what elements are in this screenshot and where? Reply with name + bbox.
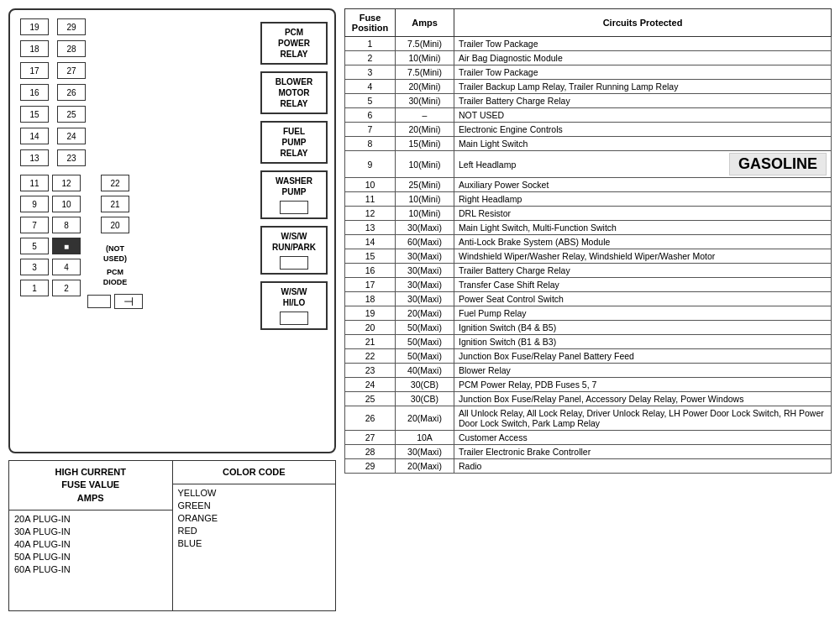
fuse-8: 8 bbox=[52, 217, 81, 233]
legend-row-red: RED bbox=[178, 526, 331, 536]
wsw-runpark-fuse bbox=[280, 256, 308, 270]
not-used-box bbox=[87, 295, 111, 308]
fuse-circuit-cell: Trailer Tow Package bbox=[454, 37, 832, 51]
table-row: 1630(Maxi)Trailer Battery Charge Relay bbox=[345, 264, 832, 278]
relay-fuel-pump: FUELPUMPRELAY bbox=[260, 121, 328, 164]
fuse-14: 14 bbox=[20, 128, 49, 144]
col-header-position: Fuse Position bbox=[345, 9, 396, 37]
fuse-10: 10 bbox=[52, 196, 81, 212]
fuse-position-cell: 20 bbox=[345, 321, 396, 335]
table-row: 1330(Maxi)Main Light Switch, Multi-Funct… bbox=[345, 221, 832, 235]
table-row: 2340(Maxi)Blower Relay bbox=[345, 364, 832, 378]
fuse-20-side: 20 bbox=[101, 217, 129, 233]
fuse-circuit-cell: Air Bag Diagnostic Module bbox=[454, 51, 832, 65]
table-row: 2430(CB)PCM Power Relay, PDB Fuses 5, 7 bbox=[345, 378, 832, 392]
fuse-position-cell: 16 bbox=[345, 264, 396, 278]
fuse-position-cell: 9 bbox=[345, 151, 396, 178]
fuse-position-cell: 10 bbox=[345, 178, 396, 192]
table-row: 17.5(Mini)Trailer Tow Package bbox=[345, 37, 832, 51]
fuse-position-cell: 19 bbox=[345, 306, 396, 321]
fuse-27: 27 bbox=[57, 62, 86, 79]
relay-wsw-hilo: W/S/WHI/LO bbox=[260, 281, 328, 330]
fuse-amps-cell: 10(Mini) bbox=[396, 207, 454, 221]
legend-table: HIGH CURRENT FUSE VALUE AMPS 20A PLUG-IN… bbox=[8, 460, 336, 611]
fuse-21-side: 21 bbox=[101, 196, 129, 212]
fuse-circuit-cell: Trailer Tow Package bbox=[454, 65, 832, 80]
fuse-6-black: ■ bbox=[52, 238, 81, 254]
legend-row-30a-amps: 30A PLUG-IN bbox=[14, 526, 167, 537]
fuse-position-cell: 13 bbox=[345, 221, 396, 235]
table-row: 720(Mini)Electronic Engine Controls bbox=[345, 123, 832, 137]
fuse-amps-cell: 15(Mini) bbox=[396, 137, 454, 151]
fuse-pair-5-6: 5 ■ bbox=[20, 238, 81, 254]
legend-row-40a-amps: 40A PLUG-IN bbox=[14, 539, 167, 549]
fuse-position-cell: 28 bbox=[345, 445, 396, 459]
fuse-amps-cell: 40(Maxi) bbox=[396, 364, 454, 378]
fuse-position-cell: 21 bbox=[345, 335, 396, 349]
fuse-position-cell: 27 bbox=[345, 431, 396, 445]
fuse-circuit-cell: NOT USED bbox=[454, 108, 832, 123]
legend-row-50a-amps: 50A PLUG-IN bbox=[14, 552, 167, 562]
fuse-circuit-cell: Electronic Engine Controls bbox=[454, 123, 832, 137]
washer-pump-fuse bbox=[280, 201, 308, 214]
fuse-pair-9-10: 9 10 bbox=[20, 196, 81, 212]
fuse-circuit-cell: Fuel Pump Relay bbox=[454, 306, 832, 321]
fuse-amps-cell: 30(Maxi) bbox=[396, 278, 454, 292]
fuse-amps-cell: 10A bbox=[396, 431, 454, 445]
fuse-circuit-cell: Junction Box Fuse/Relay Panel Battery Fe… bbox=[454, 349, 832, 364]
fuse-15: 15 bbox=[20, 106, 49, 123]
legend-body-amps: 20A PLUG-IN 30A PLUG-IN 40A PLUG-IN 50A … bbox=[9, 510, 172, 578]
fuse-amps-cell: 30(CB) bbox=[396, 378, 454, 392]
fuse-position-cell: 15 bbox=[345, 249, 396, 264]
fuse-amps-cell: 20(Mini) bbox=[396, 123, 454, 137]
fuse-amps-cell: 30(Maxi) bbox=[396, 249, 454, 264]
fuse-amps-cell: 20(Maxi) bbox=[396, 406, 454, 431]
fuse-amps-cell: 30(Maxi) bbox=[396, 221, 454, 235]
fuse-11: 11 bbox=[20, 175, 49, 191]
fuse-circuit-cell: Trailer Battery Charge Relay bbox=[454, 264, 832, 278]
table-row: 530(Mini)Trailer Battery Charge Relay bbox=[345, 94, 832, 108]
legend-row-green: GREEN bbox=[178, 500, 331, 510]
table-row: 910(Mini)Left HeadlampGASOLINE bbox=[345, 151, 832, 178]
fuse-5: 5 bbox=[20, 238, 49, 254]
fuse-amps-cell: 20(Maxi) bbox=[396, 459, 454, 474]
table-row: 1730(Maxi)Transfer Case Shift Relay bbox=[345, 278, 832, 292]
fuse-amps-cell: 10(Mini) bbox=[396, 192, 454, 207]
fuse-box-diagram: 19 18 17 16 15 14 13 29 28 27 26 25 bbox=[8, 8, 336, 453]
fuse-pair-7-8: 7 8 bbox=[20, 217, 81, 233]
relay-pcm-power: PCMPOWERRELAY bbox=[260, 22, 328, 65]
diode-box: ⊣ bbox=[114, 294, 143, 309]
fuse-amps-cell: 25(Mini) bbox=[396, 178, 454, 192]
relay-column: PCMPOWERRELAY BLOWERMOTORRELAY FUELPUMPR… bbox=[260, 18, 328, 330]
gasoline-label: GASOLINE bbox=[729, 153, 827, 175]
legend-header-amps: HIGH CURRENT FUSE VALUE AMPS bbox=[9, 461, 172, 510]
fuse-circuit-cell: Transfer Case Shift Relay bbox=[454, 278, 832, 292]
fuse-circuit-cell: Trailer Electronic Brake Controller bbox=[454, 445, 832, 459]
table-row: 1460(Maxi)Anti-Lock Brake System (ABS) M… bbox=[345, 235, 832, 249]
legend-row-orange: ORANGE bbox=[178, 513, 331, 523]
fuse-position-cell: 4 bbox=[345, 80, 396, 94]
table-row: 2830(Maxi)Trailer Electronic Brake Contr… bbox=[345, 445, 832, 459]
fuse-position-cell: 11 bbox=[345, 192, 396, 207]
fuse-25: 25 bbox=[57, 106, 86, 123]
fuse-position-cell: 24 bbox=[345, 378, 396, 392]
table-row: 2710ACustomer Access bbox=[345, 431, 832, 445]
fuse-pair-3-4: 3 4 bbox=[20, 259, 81, 275]
fuse-16: 16 bbox=[20, 84, 49, 101]
fuse-circuit-cell: Blower Relay bbox=[454, 364, 832, 378]
fuse-position-cell: 2 bbox=[345, 51, 396, 65]
fuse-position-cell: 14 bbox=[345, 235, 396, 249]
table-row: 815(Mini)Main Light Switch bbox=[345, 137, 832, 151]
table-row: 6–NOT USED bbox=[345, 108, 832, 123]
fuse-7: 7 bbox=[20, 217, 49, 233]
fuse-29: 29 bbox=[57, 18, 86, 35]
relay-blower-motor: BLOWERMOTORRELAY bbox=[260, 71, 328, 114]
table-row: 2050(Maxi)Ignition Switch (B4 & B5) bbox=[345, 321, 832, 335]
fuse-24: 24 bbox=[57, 128, 86, 144]
legend-row-20a-amps: 20A PLUG-IN bbox=[14, 514, 167, 524]
fuse-amps-cell: – bbox=[396, 108, 454, 123]
relay-washer-pump: WASHERPUMP bbox=[260, 170, 328, 219]
fuse-9: 9 bbox=[20, 196, 49, 212]
left-panel: 19 18 17 16 15 14 13 29 28 27 26 25 bbox=[8, 8, 336, 636]
legend-col-amps: HIGH CURRENT FUSE VALUE AMPS 20A PLUG-IN… bbox=[9, 461, 173, 610]
